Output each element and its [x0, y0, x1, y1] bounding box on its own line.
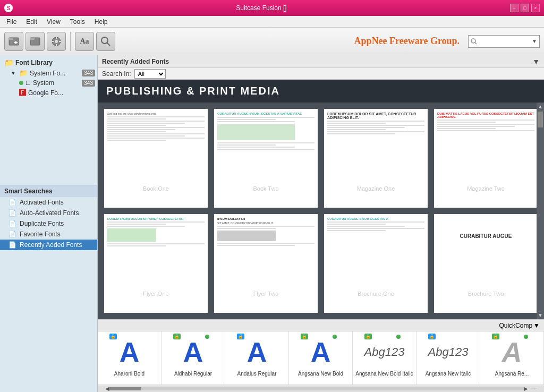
search-dropdown-icon[interactable]: ▼ [532, 38, 537, 44]
font-lock-icon-abgi: 🔒 [364, 334, 372, 339]
preview-grid: Sed sed nisl est, vitae condimentum urna… [98, 103, 544, 319]
search-doc-icon-duplicate: 📄 [8, 220, 16, 227]
chevron-icon: ▼ [11, 70, 16, 76]
sidebar-item-system-fonts[interactable]: ▼ 📁 System Fo... 343 [0, 68, 97, 78]
settings-button[interactable] [47, 32, 66, 51]
close-button[interactable]: × [531, 4, 540, 12]
font-library-label: Font Library [15, 59, 53, 66]
card-label-magazine-one: Magazine One [355, 183, 397, 194]
font-lock-icon-angsana: 🔒 [301, 334, 308, 339]
font-item-angsana-italic[interactable]: 🔒 Abg123 Angsana New Italic [416, 331, 480, 385]
scroll-thumb[interactable] [538, 112, 543, 127]
font-name-angsana-bold-italic: Angsana New Bold Italic [355, 371, 413, 377]
content-title: Recently Added Fonts [102, 58, 532, 65]
font-icon-angsana-italic: 🔒 Abg123 [427, 334, 470, 371]
card-label-flyer-one: Flyer One [141, 288, 171, 299]
preview-scrollbar[interactable]: ▲ ▼ [537, 103, 544, 319]
scroll-up-button[interactable]: ▲ [537, 103, 544, 110]
search-in-label: Search In: [102, 70, 131, 78]
sidebar-item-system[interactable]: ☐ System 343 [0, 78, 97, 88]
card-label-brochure-two: Brochure Two [466, 288, 506, 299]
menu-tools[interactable]: Tools [66, 17, 89, 27]
font-gallery-row: 🔒 A Aharoni Bold 🔒 A Aldhabi Regular [98, 331, 544, 385]
sidebar-item-activated-fonts[interactable]: 📄 Activated Fonts [0, 197, 97, 208]
font-icon-aharoni: 🔒 A [108, 334, 151, 371]
svg-rect-10 [52, 41, 54, 42]
gallery-resize-handle[interactable]: ⋯ [532, 386, 537, 391]
gallery-scroll-right[interactable]: ▶ [524, 386, 528, 391]
add-set-button[interactable] [26, 32, 45, 51]
system-fonts-label: System Fo... [30, 70, 65, 77]
sidebar: 📁 Font Library ▼ 📁 System Fo... 343 ☐ Sy… [0, 55, 98, 392]
content-area: Recently Added Fonts ▼ Search In: All Na… [98, 55, 544, 392]
menu-view[interactable]: View [42, 17, 65, 27]
preview-card-brochure-two[interactable]: CURABITUR AUGUE Brochure Two [434, 214, 538, 313]
font-letter-angsana-regular: A [502, 338, 522, 366]
font-item-angsana-bold[interactable]: 🔒 A Angsana New Bold [289, 331, 353, 385]
search-input[interactable] [479, 38, 532, 45]
font-item-andalus[interactable]: 🔒 A Andalus Regular [225, 331, 289, 385]
svg-rect-9 [56, 44, 57, 46]
recently-added-label: Recently Added Fonts [20, 241, 82, 249]
menu-help[interactable]: Help [90, 17, 112, 27]
sidebar-item-auto-activated-fonts[interactable]: 📄 Auto-Activated Fonts [0, 208, 97, 218]
toolbar-separator [70, 32, 71, 51]
svg-point-7 [55, 40, 58, 43]
quick-comp-selector[interactable]: QuickComp ▼ [499, 322, 540, 329]
menu-edit[interactable]: Edit [22, 17, 41, 27]
maximize-button[interactable]: □ [521, 4, 529, 12]
menu-bar: File Edit View Tools Help [0, 16, 544, 28]
preview-card-book-two[interactable]: CURABITUR AUGUE IPSUM, EGESTAS A VARIUS … [214, 109, 318, 208]
svg-point-14 [471, 39, 475, 43]
gallery-scroll-track[interactable] [109, 387, 524, 390]
preview-card-flyer-two[interactable]: IPSUM DOLOR SIT SIT AMET, CONSECTETUR AD… [214, 214, 318, 313]
font-lock-icon-andalus: 🔒 [237, 334, 244, 339]
quick-comp-label: QuickComp [499, 322, 532, 329]
menu-file[interactable]: File [2, 17, 21, 27]
sidebar-item-google-fonts[interactable]: 🅵 Google Fo... [0, 88, 97, 98]
minimize-button[interactable]: − [510, 4, 518, 12]
font-icon-angsana-bold: 🔒 A [300, 334, 342, 371]
add-library-button[interactable] [4, 32, 23, 51]
quick-comp-dropdown-icon[interactable]: ▼ [533, 322, 540, 329]
search-box[interactable]: ▼ [468, 35, 540, 48]
font-item-angsana-bold-italic[interactable]: 🔒 Abg123 Angsana New Bold Italic [353, 331, 416, 385]
gallery-scroll-thumb[interactable] [109, 387, 141, 390]
folder-icon-system: 📁 [19, 69, 28, 77]
font-item-aharoni-bold[interactable]: 🔒 A Aharoni Bold [98, 331, 162, 385]
preview-card-book-one[interactable]: Sed sed nisl est, vitae condimentum urna… [104, 109, 208, 208]
scroll-down-button[interactable]: ▼ [537, 311, 544, 319]
search-in-select[interactable]: All Name Family [134, 69, 166, 79]
main-layout: 📁 Font Library ▼ 📁 System Fo... 343 ☐ Sy… [0, 55, 544, 392]
sidebar-item-favorite-fonts[interactable]: 📄 Favorite Fonts [0, 229, 97, 240]
preview-card-flyer-one[interactable]: LOREM IPSUM DOLOR SIT AMET, CONSECTETUR … [104, 214, 208, 313]
title-bar: S Suitcase Fusion [] − □ × [0, 0, 544, 16]
preview-card-brochure-one[interactable]: CURABITUR AUGUE IPSUM EGESTAS A Brochure… [324, 214, 428, 313]
content-dropdown-icon[interactable]: ▼ [532, 57, 540, 66]
app-icon: S [4, 4, 13, 12]
font-name-angsana-bold: Angsana New Bold [298, 371, 343, 377]
font-letter-angsana-bold: A [311, 338, 331, 366]
font-preview-button[interactable]: Aa [75, 32, 94, 51]
font-item-angsana-regular[interactable]: 🔒 A Angsana Re... [480, 331, 544, 385]
preview-card-magazine-one[interactable]: LOREM IPSUM DOLOR SIT AMET, CONSECTETUR … [324, 109, 428, 208]
svg-rect-5 [30, 38, 35, 40]
sidebar-item-duplicate-fonts[interactable]: 📄 Duplicate Fonts [0, 218, 97, 229]
font-name-andalus: Andalus Regular [237, 371, 277, 377]
system-fonts-count: 343 [82, 70, 95, 76]
sidebar-item-recently-added[interactable]: 📄 Recently Added Fonts [0, 240, 97, 250]
font-item-aldhabi[interactable]: 🔒 A Aldhabi Regular [162, 331, 225, 385]
card-label-brochure-one: Brochure One [355, 288, 396, 299]
active-indicator [19, 81, 23, 85]
find-button[interactable] [96, 32, 115, 51]
font-letter-angsana-italic: Abg123 [428, 345, 469, 359]
font-name-angsana-italic: Angsana New Italic [426, 371, 471, 377]
window-controls: − □ × [510, 4, 540, 12]
font-lock-icon-ani: 🔒 [428, 334, 436, 339]
preview-card-magazine-two[interactable]: DUIS MATTIS LACUS VEL PURUS CONSECTETUR … [434, 109, 538, 208]
toolbar: Aa AppNee Freeware Group. ▼ [0, 28, 544, 55]
gallery-scroll-left[interactable]: ◀ [105, 386, 109, 391]
brand-text: AppNee Freeware Group. [354, 36, 460, 47]
font-letter-andalus: A [247, 338, 267, 366]
sidebar-item-font-library[interactable]: 📁 Font Library [0, 57, 97, 68]
